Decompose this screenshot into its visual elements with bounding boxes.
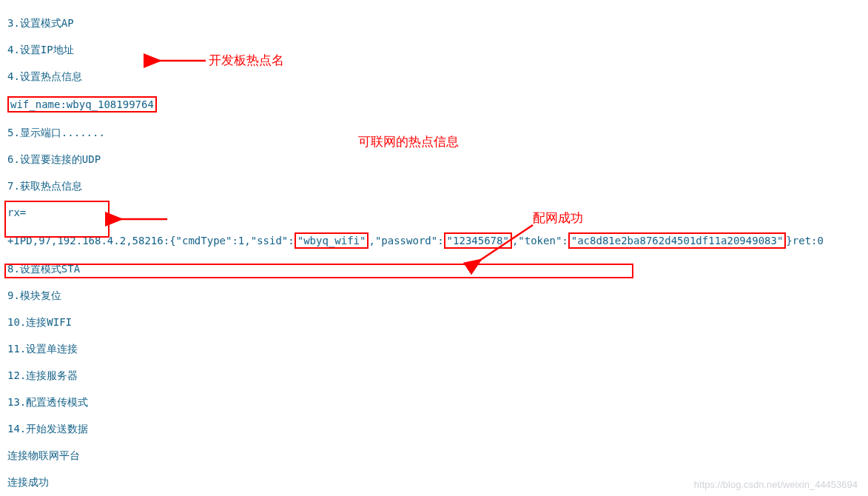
log-line: 连接物联网平台 xyxy=(7,449,861,462)
log-line: 6.设置要连接的UDP xyxy=(7,153,861,166)
log-line: rx= xyxy=(7,206,861,219)
ssid-box: "wbyq_wifi" xyxy=(295,232,369,249)
ipd-line: +IPD,97,192.168.4.2,58216:{"cmdType":1,"… xyxy=(7,232,861,249)
log-line: 9.模块复位 xyxy=(7,289,861,302)
log-line: 14.开始发送数据 xyxy=(7,422,861,435)
token-box: "ac8d81e2ba8762d4501df11a20949083" xyxy=(568,232,787,249)
watermark: https://blog.csdn.net/weixin_44453694 xyxy=(694,479,858,490)
log-line: 3.设置模式AP xyxy=(7,16,861,30)
log-line: 4.设置IP地址 xyxy=(7,43,861,56)
log-line: 4.设置热点信息 xyxy=(7,70,861,83)
wifi-name-box: wif_name:wbyq_108199764 xyxy=(7,96,157,113)
log-line: 13.配置透传模式 xyxy=(7,395,861,409)
log-output: 3.设置模式AP 4.设置IP地址 4.设置热点信息 wif_name:wbyq… xyxy=(0,0,868,496)
log-line: 7.获取热点信息 xyxy=(7,179,861,192)
log-line: 12.连接服务器 xyxy=(7,369,861,382)
log-line: 11.设置单连接 xyxy=(7,342,861,355)
log-line: 10.连接WIFI xyxy=(7,315,861,329)
log-line: 5.显示端口....... xyxy=(7,126,861,139)
log-line: 8.设置模式STA xyxy=(7,262,861,275)
log-line: wif_name:wbyq_108199764 xyxy=(7,96,861,113)
password-box: "12345678" xyxy=(444,232,512,249)
